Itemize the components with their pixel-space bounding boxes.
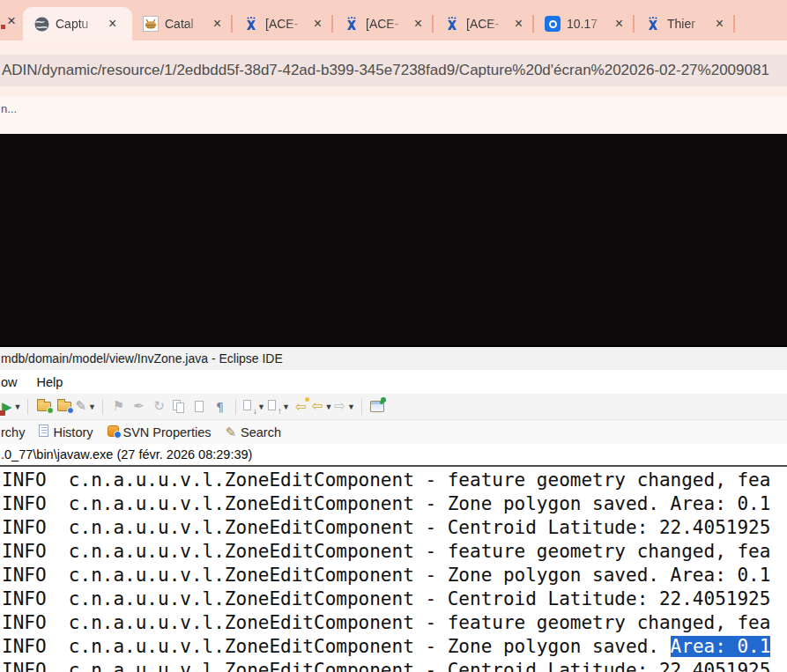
tab-title: Catal <box>165 17 204 31</box>
browser-tab[interactable]: Thier× <box>635 7 733 41</box>
svn-icon <box>108 425 119 439</box>
tab-title: Captu <box>56 17 100 31</box>
console-log[interactable]: INFO c.n.a.u.u.v.l.ZoneEditComponent - f… <box>0 467 787 672</box>
console-line: INFO c.n.a.u.u.v.l.ZoneEditComponent - Z… <box>2 635 787 659</box>
prev-annotation-icon[interactable]: ↑▼ <box>267 396 290 417</box>
tab-title: 10.17 <box>567 17 606 31</box>
console-line: INFO c.n.a.u.u.v.l.ZoneEditComponent - Z… <box>2 492 787 516</box>
dropdown-arrow-icon[interactable]: ▼ <box>324 402 332 411</box>
browser-tab[interactable]: [ACE-× <box>333 7 432 41</box>
toolbar-separator <box>361 399 362 415</box>
jira-favicon-icon <box>444 16 460 32</box>
url-text: ADIN/dynamic/resource/1/2edbdd5f-38d7-42… <box>2 62 769 79</box>
browser-tab[interactable]: [ACE-× <box>434 7 532 41</box>
toolbar-separator <box>102 399 103 415</box>
console-header-text: .0_77\bin\javaw.exe (27 févr. 2026 08:29… <box>1 447 252 462</box>
annotation-pen-icon[interactable]: ✎▼ <box>75 396 96 417</box>
eclipse-toolbar: ▶▼✎▼⚑✒↻¶↓▼↑▼⇦⇦▼⇨▼ <box>0 394 787 420</box>
console-line: INFO c.n.a.u.u.v.l.ZoneEditComponent - C… <box>2 516 787 540</box>
browser-tab[interactable]: [ACE-× <box>233 7 331 41</box>
tab-close-icon[interactable]: × <box>106 17 119 31</box>
image-viewport <box>0 134 787 345</box>
tab-title: [ACE- <box>265 17 305 31</box>
next-annotation-icon[interactable]: ↓▼ <box>242 396 265 417</box>
tab-close-icon[interactable]: × <box>412 17 425 31</box>
back-icon[interactable]: ⇦▼ <box>312 396 333 417</box>
last-edit-location-icon[interactable]: ⇦ <box>292 396 310 417</box>
console-line: INFO c.n.a.u.u.v.l.ZoneEditComponent - f… <box>2 611 787 635</box>
search-icon: ✎ <box>225 425 236 439</box>
open-folder-blue-icon[interactable] <box>55 396 73 417</box>
eclipse-menu-bar: owHelp <box>0 370 787 394</box>
tab-close-icon[interactable]: × <box>311 17 324 31</box>
view-tab-label: rchy <box>1 425 25 439</box>
eclipse-title-bar: mdb/domain/model/view/InvZone.java - Ecl… <box>0 347 787 370</box>
selected-text: Area: 0.1 <box>671 636 771 657</box>
search-flag-icon: ⚑ <box>109 396 128 417</box>
browser-tab-strip: ×Captu×Catal×[ACE-×[ACE-×[ACE-×10.17×Thi… <box>0 0 787 41</box>
tab-close-icon[interactable]: × <box>713 17 726 31</box>
view-tab-label: SVN Properties <box>123 425 212 439</box>
open-folder-green-icon[interactable] <box>34 396 53 417</box>
eclipse-window: mdb/domain/model/view/InvZone.java - Ecl… <box>0 345 787 672</box>
browser-toolbar: ADIN/dynamic/resource/1/2edbdd5f-38d7-42… <box>0 41 787 97</box>
dropdown-arrow-icon[interactable]: ▼ <box>347 402 355 411</box>
tab-close-icon[interactable]: × <box>613 17 626 31</box>
console-line: INFO c.n.a.u.u.v.l.ZoneEditComponent - Z… <box>2 564 787 587</box>
menu-item-help[interactable]: Help <box>37 375 63 389</box>
view-tab-history[interactable]: History <box>39 425 93 439</box>
jira-favicon-icon <box>344 16 360 32</box>
url-bar[interactable]: ADIN/dynamic/resource/1/2edbdd5f-38d7-42… <box>0 55 787 86</box>
browser-tab[interactable]: 10.17× <box>534 7 633 41</box>
cropped-favicon-fragment <box>1 25 5 29</box>
forward-icon: ⇨▼ <box>334 396 355 417</box>
tab-close-icon[interactable]: × <box>512 17 525 31</box>
browser-tab[interactable]: Catal× <box>132 7 231 41</box>
tab-close-icon[interactable]: × <box>0 7 23 41</box>
compare-doc-icon <box>170 396 189 417</box>
refresh-icon: ↻ <box>150 396 168 417</box>
bookmark-item[interactable]: n... <box>1 102 17 115</box>
eclipse-title-text: mdb/domain/model/view/InvZone.java - Ecl… <box>1 351 283 366</box>
menu-item-ow[interactable]: ow <box>1 375 18 389</box>
run-icon[interactable]: ▶▼ <box>2 396 21 417</box>
tab-title: Thier <box>667 17 707 31</box>
console-line: INFO c.n.a.u.u.v.l.ZoneEditComponent - C… <box>2 587 787 611</box>
tab-title: [ACE- <box>466 17 506 31</box>
console-header: .0_77\bin\javaw.exe (27 févr. 2026 08:29… <box>0 444 787 467</box>
pin-editor-icon[interactable] <box>368 396 387 417</box>
view-tab-search[interactable]: ✎Search <box>225 425 281 439</box>
dropdown-arrow-icon[interactable]: ▼ <box>88 402 96 411</box>
bookmarks-bar: n... <box>0 97 787 134</box>
show-whitespace-icon[interactable]: ¶ <box>211 396 229 417</box>
view-tab-svn-properties[interactable]: SVN Properties <box>108 425 212 439</box>
dropdown-arrow-icon[interactable]: ▼ <box>257 402 265 411</box>
app-blue-favicon-icon <box>545 16 561 32</box>
tab-separator <box>733 15 735 33</box>
open-doc-icon <box>190 396 209 417</box>
view-tab-rchy[interactable]: rchy <box>1 425 25 439</box>
dropdown-arrow-icon[interactable]: ▼ <box>282 402 290 411</box>
globe-favicon-icon <box>33 16 49 32</box>
blue-circle-icon <box>545 16 561 32</box>
view-tab-label: History <box>53 425 93 439</box>
format-brush-icon: ✒ <box>130 396 148 417</box>
eclipse-view-tabs: rchyHistorySVN Properties✎Search <box>0 420 787 444</box>
view-tab-label: Search <box>241 425 281 439</box>
jira-favicon-icon <box>243 16 259 32</box>
console-line: INFO c.n.a.u.u.v.l.ZoneEditComponent - C… <box>2 659 787 672</box>
tab-close-icon[interactable]: × <box>211 17 224 31</box>
console-line: INFO c.n.a.u.u.v.l.ZoneEditComponent - f… <box>2 540 787 564</box>
dropdown-arrow-icon[interactable]: ▼ <box>14 402 22 411</box>
tab-title: [ACE- <box>366 17 405 31</box>
jira-favicon-icon <box>645 16 661 32</box>
toolbar-separator <box>27 399 28 415</box>
browser-tab[interactable]: Captu× <box>23 7 132 41</box>
tomcat-favicon-icon <box>143 16 159 32</box>
console-line: INFO c.n.a.u.u.v.l.ZoneEditComponent - f… <box>2 469 787 492</box>
toolbar-separator <box>235 399 236 415</box>
history-icon <box>39 425 48 439</box>
